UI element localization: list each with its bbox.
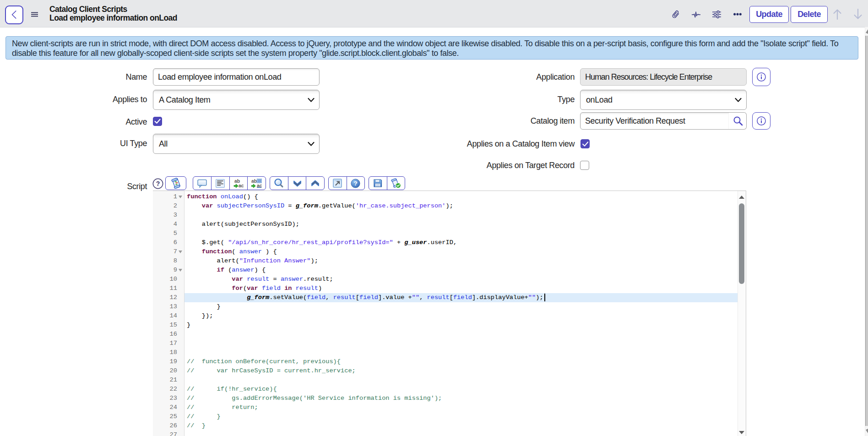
- svg-text:?: ?: [354, 180, 358, 187]
- svg-text:ab: ab: [251, 179, 257, 184]
- svg-text:ac: ac: [239, 183, 244, 188]
- svg-text:?: ?: [156, 180, 160, 187]
- svg-text:ac: ac: [257, 183, 262, 188]
